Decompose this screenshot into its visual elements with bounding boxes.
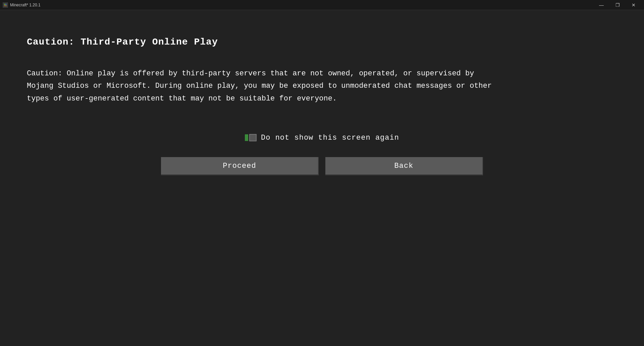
page-title: Caution: Third-Party Online Play <box>27 37 218 47</box>
caution-body-text: Caution: Online play is offered by third… <box>27 67 496 105</box>
app-icon <box>3 2 8 8</box>
main-content: Caution: Third-Party Online Play Caution… <box>0 10 644 346</box>
restore-button[interactable]: ❐ <box>610 0 625 10</box>
window-controls: — ❐ ✕ <box>594 0 641 10</box>
window-title: Minecraft* 1.20.1 <box>10 3 41 7</box>
checkbox-row: Do not show this screen again <box>245 132 399 144</box>
proceed-button[interactable]: Proceed <box>161 157 319 176</box>
svg-rect-2 <box>4 4 5 5</box>
svg-rect-3 <box>5 4 7 5</box>
checkbox-wrapper <box>245 132 257 144</box>
checkbox-green-indicator <box>245 134 248 141</box>
checkbox-label: Do not show this screen again <box>261 134 399 142</box>
title-bar-left: Minecraft* 1.20.1 <box>3 2 41 8</box>
buttons-row: Proceed Back <box>161 157 483 176</box>
back-button[interactable]: Back <box>325 157 483 176</box>
close-button[interactable]: ✕ <box>626 0 641 10</box>
do-not-show-checkbox[interactable] <box>249 134 257 141</box>
minimize-button[interactable]: — <box>594 0 609 10</box>
title-bar: Minecraft* 1.20.1 — ❐ ✕ <box>0 0 644 10</box>
